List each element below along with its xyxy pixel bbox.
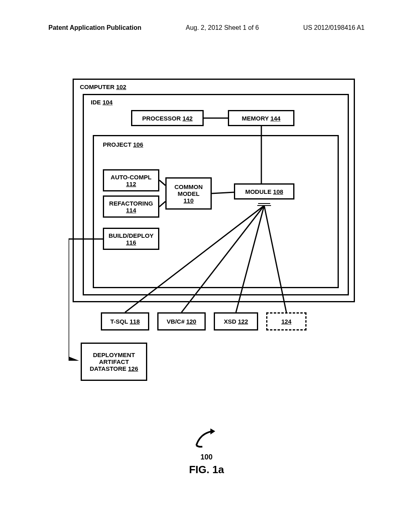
processor-box: PROCESSOR 142	[131, 110, 204, 126]
page-header: Patent Application Publication Aug. 2, 2…	[0, 0, 413, 39]
autocompl-box: AUTO-COMPL 112	[103, 169, 159, 191]
header-left: Patent Application Publication	[48, 24, 142, 31]
builddeploy-box: BUILD/DEPLOY 116	[103, 228, 159, 250]
refactoring-box: REFACTORING 114	[103, 195, 159, 218]
commonmodel-box: COMMON MODEL 110	[165, 177, 212, 210]
ext-box: 124	[266, 312, 307, 330]
figure-caption: FIG. 1a	[189, 463, 224, 476]
figure-label: 100 FIG. 1a	[189, 427, 224, 476]
header-center: Aug. 2, 2012 Sheet 1 of 6	[186, 24, 259, 31]
ide-label: IDE 104	[91, 99, 113, 106]
xsd-box: XSD 122	[214, 312, 258, 330]
svg-marker-15	[211, 428, 215, 434]
figure-ref: 100	[189, 453, 224, 461]
tsql-box: T-SQL 118	[101, 312, 149, 330]
header-right: US 2012/0198416 A1	[303, 24, 365, 31]
computer-label: COMPUTER 102	[80, 83, 126, 90]
curve-arrow-icon	[190, 427, 223, 451]
deployment-box: DEPLOYMENT ARTIFACT DATASTORE 126	[81, 343, 147, 381]
diagram: COMPUTER 102 IDE 104 PROCESSOR 142 MEMOR…	[69, 79, 359, 361]
project-label: PROJECT 106	[103, 141, 143, 148]
vbcs-box: VB/C# 120	[157, 312, 206, 330]
memory-box: MEMORY 144	[228, 110, 294, 126]
module-box: MODULE 108	[234, 183, 294, 200]
